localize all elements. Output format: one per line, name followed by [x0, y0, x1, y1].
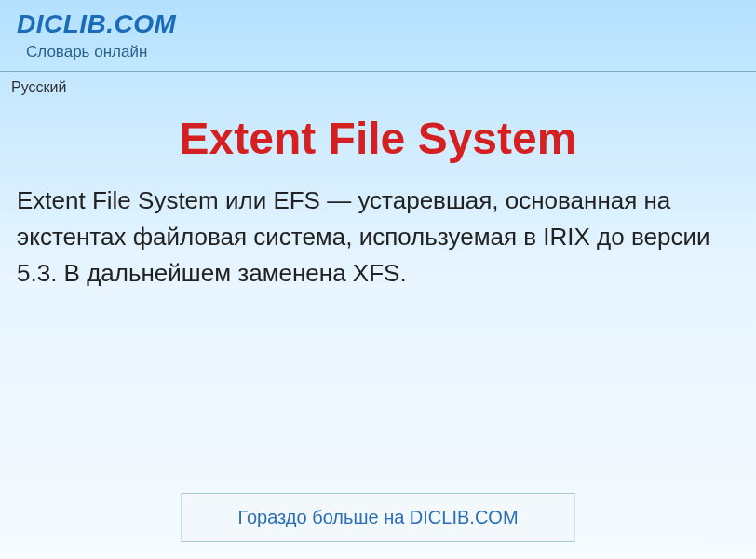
article-title: Extent File System — [0, 113, 756, 164]
tagline: Словарь онлайн — [26, 43, 739, 61]
header: DICLIB.COM Словарь онлайн — [0, 0, 756, 65]
article-body: Extent File System или EFS — устаревшая,… — [0, 183, 756, 292]
language-label: Русский — [0, 72, 756, 96]
more-button[interactable]: Гораздо больше на DICLIB.COM — [181, 493, 574, 542]
site-name[interactable]: DICLIB.COM — [17, 9, 739, 39]
